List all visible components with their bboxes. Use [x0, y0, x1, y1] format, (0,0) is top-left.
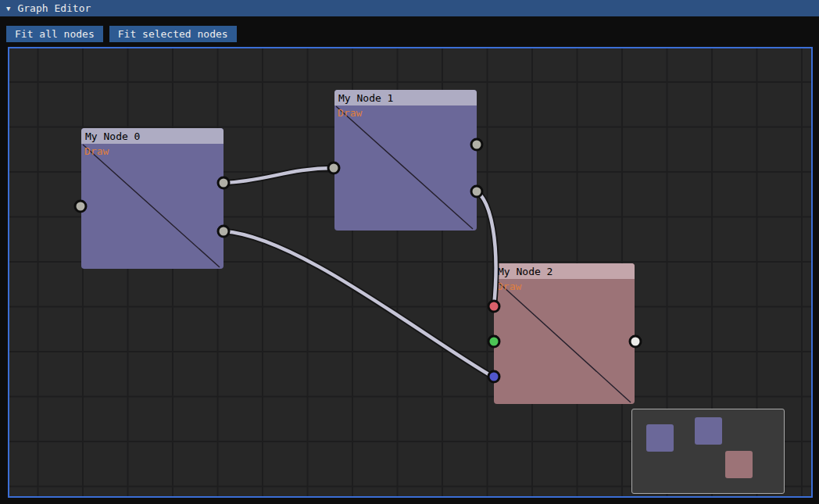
node-pin-input-blue[interactable]	[488, 371, 499, 382]
node-title: My Node 1	[338, 92, 393, 104]
node-pin-input[interactable]	[75, 201, 86, 212]
node-draw-label: Draw	[84, 145, 109, 157]
node-pin-output-2[interactable]	[471, 186, 482, 197]
fit-selected-nodes-button[interactable]: Fit selected nodes	[109, 26, 237, 42]
node-pin-input-green[interactable]	[488, 336, 499, 347]
graph-node[interactable]: My Node 0Draw	[81, 128, 224, 269]
minimap-node	[646, 424, 674, 452]
graph-node[interactable]: My Node 2Draw	[494, 263, 635, 404]
node-pin-output-1[interactable]	[218, 177, 229, 188]
node-pin-output-1[interactable]	[471, 139, 482, 150]
node-title: My Node 2	[498, 266, 553, 277]
link-curve[interactable]	[224, 168, 334, 183]
node-editor-canvas[interactable]: My Node 0DrawMy Node 1DrawMy Node 2Draw	[8, 47, 813, 498]
node-pin-output-2[interactable]	[218, 226, 229, 237]
window-title: Graph Editor	[17, 2, 91, 14]
minimap-node	[725, 451, 753, 478]
node-title: My Node 0	[85, 130, 140, 142]
collapsing-header[interactable]: ▼ Graph Editor	[0, 0, 819, 16]
app-window: ▼ Graph Editor Fit all nodes Fit selecte…	[0, 0, 819, 504]
toolbar: Fit all nodes Fit selected nodes	[6, 26, 237, 42]
fit-all-nodes-button[interactable]: Fit all nodes	[6, 26, 103, 42]
graph-node[interactable]: My Node 1Draw	[334, 90, 477, 231]
minimap[interactable]	[631, 409, 785, 494]
node-pin-output[interactable]	[630, 336, 641, 347]
node-draw-label: Draw	[497, 281, 521, 292]
link-curve-outline	[224, 231, 494, 377]
collapse-arrow-icon[interactable]: ▼	[6, 5, 10, 13]
minimap-node	[695, 417, 722, 445]
node-pin-input-red[interactable]	[488, 301, 499, 312]
node-pin-input[interactable]	[328, 163, 339, 173]
node-draw-label: Draw	[338, 107, 362, 119]
